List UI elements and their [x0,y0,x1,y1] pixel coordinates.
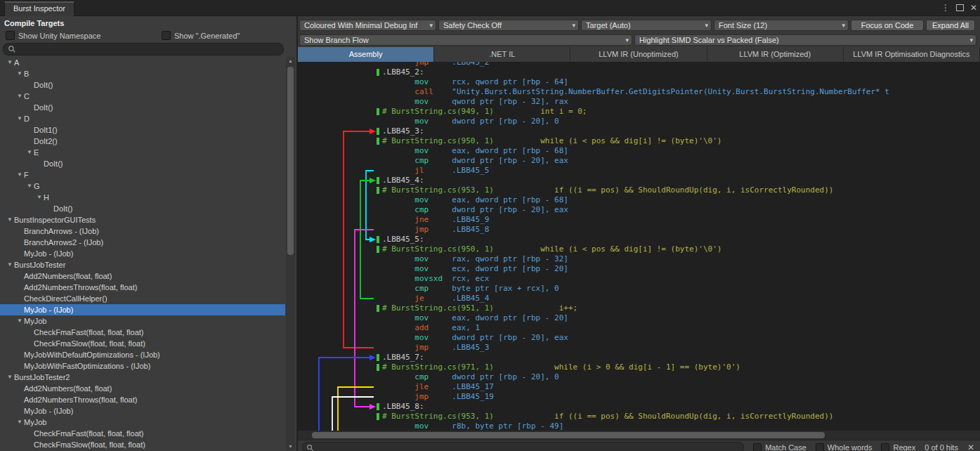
tree-item[interactable]: DoIt() [0,158,285,169]
foldout-arrow-icon[interactable]: ▼ [15,113,24,124]
scroll-up-icon[interactable]: ▲ [286,58,295,63]
branch-flow-dropdown[interactable]: Show Branch Flow ▾ [299,34,632,46]
tree-item-label: E [34,147,39,158]
code-line: .LBB45_2: [298,67,980,77]
show-generated-toggle[interactable]: Show ".Generated" [162,31,240,40]
close-find-icon[interactable]: ✕ [967,443,974,451]
tree-item[interactable]: Add2Numbers(float, float) [0,270,285,282]
foldout-arrow-icon[interactable]: ▼ [15,169,24,181]
regex-checkbox[interactable] [881,443,889,451]
close-icon[interactable]: ✕ [970,3,977,13]
tree-item[interactable]: Add2Numbers(float, float) [0,383,285,394]
tree-item[interactable]: DoIt() [0,203,285,214]
tree-item[interactable]: ▼H [0,192,285,203]
maximize-icon[interactable] [956,4,964,11]
whole-words-checkbox[interactable] [816,443,824,451]
tree-item[interactable]: MyJobWithDefaultOptimizations - (IJob) [0,349,285,360]
tab-llvm-ir-optimized[interactable]: LLVM IR (Optimized) [707,47,844,62]
tree-item[interactable]: CheckFmaSlow(float, float, float) [0,439,285,450]
tab-llvm-ir-diagnostics[interactable]: LLVM IR Optimisation Diagnostics [844,47,980,62]
tree-item[interactable]: ▼C [0,91,285,102]
tree-item[interactable]: MyJobWithFastOptimizations - (IJob) [0,360,285,372]
tree-item[interactable]: ▼G [0,181,285,192]
code-horizontal-scrollbar-thumb[interactable] [312,432,825,438]
expand-all-button[interactable]: Expand All [926,20,975,31]
show-unity-namespace-toggle[interactable]: Show Unity Namespace [6,31,162,40]
focus-on-code-button[interactable]: Focus on Code [851,20,924,31]
safety-check-dropdown[interactable]: Safety Check Off ▾ [438,20,579,31]
foldout-arrow-icon[interactable]: ▼ [6,214,14,226]
tree-item[interactable]: BranchArrows - (IJob) [0,226,285,237]
foldout-arrow-icon[interactable]: ▼ [6,259,14,270]
foldout-arrow-icon[interactable]: ▼ [15,68,24,79]
tree-item-label: B [24,68,29,79]
tree-item-label: H [44,192,49,203]
foldout-arrow-icon[interactable]: ▼ [25,147,34,158]
tree-scrollbar[interactable]: ▲ ▼ [286,57,295,450]
show-unity-namespace-checkbox[interactable] [6,31,15,40]
tree-item[interactable]: ▼E [0,147,285,158]
tree-item[interactable]: ▼BurstInspectorGUITests [0,214,285,226]
scroll-down-icon[interactable]: ▼ [286,444,295,449]
tree-item[interactable]: DoIt1() [0,124,285,136]
code-line: jmp .LBB45_19 [298,392,980,402]
font-size-dropdown[interactable]: Font Size (12) ▾ [714,20,849,31]
tree-item-label: C [24,91,30,102]
target-dropdown[interactable]: Target (Auto) ▾ [581,20,712,31]
match-case-checkbox[interactable] [753,443,762,451]
code-line: cmp dword ptr [rbp - 20], eax [298,205,980,215]
tab-net-il[interactable]: .NET IL [434,47,570,62]
tree-item[interactable]: CheckFmaFast(float, float, float) [0,327,285,338]
debug-information-dropdown[interactable]: Coloured With Minimal Debug Inf ▾ [299,20,436,31]
code-line: mov dword ptr [rbp - 20], 0 [298,117,980,126]
show-generated-checkbox[interactable] [162,31,171,40]
tree-item[interactable]: BranchArrows2 - (IJob) [0,237,285,248]
tree-item[interactable]: CheckDirectCallHelper() [0,293,285,304]
tree-item[interactable]: DoIt2() [0,136,285,147]
tree-item[interactable]: CheckFmaSlow(float, float, float) [0,338,285,349]
regex-toggle[interactable]: Regex [881,443,915,451]
code-line: mov eax, dword ptr [rbp - 68] [298,195,980,205]
tree-item[interactable]: CheckFmaFast(float, float, float) [0,428,285,439]
match-case-toggle[interactable]: Match Case [753,443,806,451]
whole-words-toggle[interactable]: Whole words [816,443,873,451]
simd-highlight-dropdown[interactable]: Highlight SIMD Scalar vs Packed (False) … [634,34,976,46]
tree-item[interactable]: ▼MyJob [0,315,285,327]
tree-item[interactable]: Add2NumbersThrows(float, float) [0,282,285,293]
code-line: jne .LBB45_9 [298,215,980,225]
tree-item[interactable]: ▼A [0,57,285,68]
tree-item[interactable]: MyJob - (IJob) [0,405,285,417]
tab-llvm-ir-unoptimized[interactable]: LLVM IR (Unoptimized) [570,47,707,62]
foldout-arrow-icon[interactable]: ▼ [15,315,24,327]
tree-item[interactable]: ▼MyJob [0,417,285,428]
window-tab[interactable]: Burst Inspector [4,1,74,17]
tree-search-input[interactable] [3,43,284,55]
tree-item[interactable]: ▼B [0,68,285,79]
tree-item-label: MyJob [24,315,46,327]
foldout-arrow-icon[interactable]: ▼ [25,181,34,192]
block-marker [377,128,379,135]
tree-item[interactable]: DoIt() [0,79,285,91]
toolbar-row-1: Coloured With Minimal Debug Inf ▾ Safety… [298,16,980,33]
tree-item[interactable]: MyJob - (IJob) [0,304,285,315]
code-horizontal-scrollbar[interactable] [298,431,980,440]
tree-item[interactable]: ▼F [0,169,285,181]
foldout-arrow-icon[interactable]: ▼ [15,91,24,102]
tree-scrollbar-thumb[interactable] [287,67,294,255]
foldout-arrow-icon[interactable]: ▼ [6,372,14,383]
tree-item[interactable]: MyJob - (IJob) [0,248,285,259]
menu-dots-icon[interactable]: ⋮ [941,3,950,13]
tree-item-label: MyJobWithDefaultOptimizations - (IJob) [24,349,160,360]
tree-item[interactable]: ▼BurstJobTester [0,259,285,270]
tree-item[interactable]: DoIt() [0,102,285,113]
tab-assembly[interactable]: Assembly [298,47,434,62]
tree-item[interactable]: ▼D [0,113,285,124]
tree-item[interactable]: Add2NumbersThrows(float, float) [0,394,285,405]
code-line: .LBB45_8: [298,402,980,412]
tree-item[interactable]: ▼BurstJobTester2 [0,372,285,383]
tree-item-label: Add2Numbers(float, float) [24,270,112,282]
find-input[interactable] [302,442,744,451]
foldout-arrow-icon[interactable]: ▼ [6,57,14,68]
foldout-arrow-icon[interactable]: ▼ [35,192,44,203]
foldout-arrow-icon[interactable]: ▼ [15,417,24,428]
